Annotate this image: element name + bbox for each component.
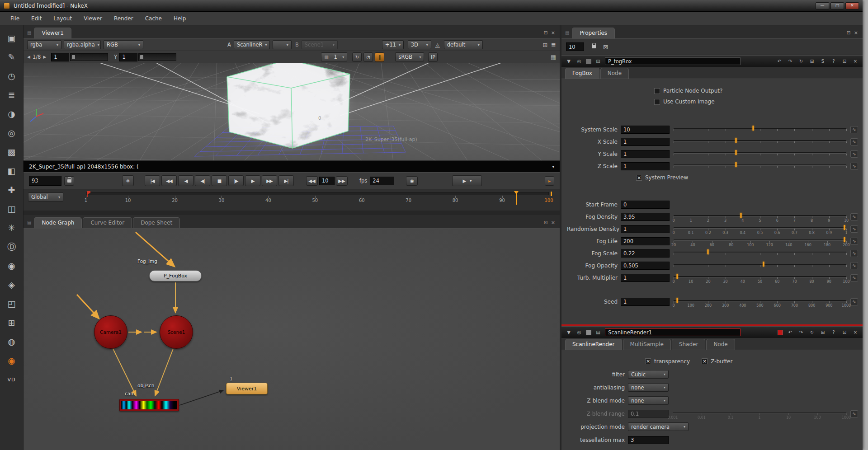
nuke-logo-icon[interactable]: ◉: [3, 352, 21, 370]
center-node-icon[interactable]: ◎: [576, 329, 583, 336]
lock-camera-icon[interactable]: ◬: [435, 42, 440, 48]
param-dropdown-filter[interactable]: Cubic▾: [628, 370, 669, 379]
node-color-indicator[interactable]: [778, 330, 783, 335]
pane-grip-icon[interactable]: ▤: [565, 30, 569, 35]
pane-close-icon[interactable]: ×: [551, 30, 555, 35]
viewer-lut-dropdown[interactable]: sRGB▾: [395, 52, 424, 61]
scanlinerender1-title-input[interactable]: ScanlineRender1: [605, 328, 741, 336]
view-offset-dropdown[interactable]: +11▾: [382, 40, 404, 49]
help-icon[interactable]: ?: [830, 329, 837, 336]
gamma-slider-handle[interactable]: [140, 55, 143, 59]
param-slider-fog-opacity[interactable]: [674, 260, 846, 272]
checkbox-z-buffer[interactable]: ×: [702, 358, 708, 364]
param-slider-system-scale[interactable]: [674, 124, 846, 136]
manage-knobs-icon[interactable]: ⊞: [808, 58, 816, 65]
step-back-button[interactable]: ◀|: [195, 175, 210, 186]
gamma-slider[interactable]: [138, 53, 176, 61]
color-toolbar-icon[interactable]: ◑: [3, 105, 21, 123]
param-slider-turb-multiplier[interactable]: 0102030405060708090100: [674, 272, 846, 284]
goto-end-button[interactable]: ▶|: [278, 175, 294, 186]
viewer-info-bar[interactable]: 2K_Super_35(full-ap) 2048x1556 bbox: ( ▾: [24, 160, 560, 172]
close-button[interactable]: ✕: [845, 2, 859, 9]
animation-menu-button[interactable]: ∿: [850, 138, 858, 145]
checkbox-system-preview[interactable]: ×: [636, 175, 642, 181]
node-scene1[interactable]: Scene1: [160, 315, 193, 349]
skip-forward-button[interactable]: ▶▶: [336, 176, 348, 186]
animation-menu-button[interactable]: ∿: [850, 262, 858, 269]
param-input-z-blend-range[interactable]: 0.1: [628, 410, 669, 418]
layer-dropdown[interactable]: rgba▾: [27, 40, 61, 49]
particles-toolbar-icon[interactable]: ✳: [3, 219, 21, 237]
param-slider-z-scale[interactable]: [674, 160, 846, 172]
playback-range-button[interactable]: ▸: [545, 176, 554, 186]
deep-toolbar-icon[interactable]: Ⓓ: [3, 238, 21, 256]
menu-help[interactable]: Help: [168, 12, 192, 25]
menu-edit[interactable]: Edit: [25, 12, 47, 25]
merge-toolbar-icon[interactable]: ◧: [3, 162, 21, 180]
param-dropdown-z-blend-mode[interactable]: none▾: [628, 396, 669, 405]
center-node-icon[interactable]: ◎: [576, 58, 583, 65]
param-slider-fog-scale[interactable]: [674, 248, 846, 259]
channel-toolbar-icon[interactable]: ≣: [3, 86, 21, 104]
param-slider-x-scale[interactable]: [674, 136, 846, 148]
tab-properties[interactable]: Properties: [572, 28, 615, 38]
stop-button[interactable]: ■: [212, 175, 227, 186]
tab-node[interactable]: Node: [706, 339, 735, 350]
param-input-fog-scale[interactable]: 0.22: [621, 249, 670, 258]
param-input-fog-opacity[interactable]: 0.505: [621, 262, 670, 270]
proxy-level-label[interactable]: 1/8: [33, 54, 41, 60]
update-viewer-button[interactable]: ◔: [363, 52, 373, 62]
collapse-panel-icon[interactable]: ▼: [565, 58, 572, 65]
param-slider-seed[interactable]: 01002003004005006007008009001000: [674, 296, 846, 308]
image-toolbar-icon[interactable]: ▣: [3, 29, 21, 47]
node-color-swatch[interactable]: [586, 59, 591, 64]
tab-node-graph[interactable]: Node Graph: [34, 217, 82, 228]
play-backward-fast-button[interactable]: ◀◀: [161, 175, 177, 186]
input-b-dropdown[interactable]: Scene1▾: [302, 40, 338, 49]
pane-grip-icon[interactable]: ▤: [27, 30, 31, 35]
param-input-fog-density[interactable]: 3.95: [621, 213, 670, 221]
param-input-tessellation-max[interactable]: 3: [628, 436, 669, 444]
lock-panels-button[interactable]: [589, 42, 599, 52]
param-dropdown-projection-mode[interactable]: render camera▾: [628, 422, 689, 431]
close-panel-icon[interactable]: ×: [852, 329, 859, 336]
float-panel-icon[interactable]: ⊡: [841, 58, 848, 65]
node-label-fog-img[interactable]: Fog_Img: [137, 258, 157, 264]
pane-close-icon[interactable]: ×: [854, 30, 858, 35]
horizontal-splitter[interactable]: [24, 211, 560, 215]
pause-viewer-button[interactable]: ‖: [375, 52, 384, 62]
tab-node[interactable]: Node: [600, 68, 629, 79]
animation-menu-button[interactable]: ∿: [850, 225, 858, 233]
oflow-toolbar-icon[interactable]: ◍: [3, 333, 21, 351]
node-viewer1[interactable]: Viewer1: [226, 383, 268, 394]
param-input-fog-life[interactable]: 200: [621, 237, 670, 245]
draw-toolbar-icon[interactable]: ✎: [3, 48, 21, 66]
views-toolbar-icon[interactable]: ◉: [3, 257, 21, 275]
max-panels-input[interactable]: 10: [566, 42, 584, 51]
metadata-toolbar-icon[interactable]: ◈: [3, 276, 21, 294]
tab-scanlinerender[interactable]: ScanlineRender: [565, 339, 622, 350]
frame-lock-button[interactable]: [64, 176, 74, 186]
param-input-randomise-density[interactable]: 1: [621, 225, 670, 233]
input-a-dropdown[interactable]: ScanlineR▾: [234, 40, 270, 49]
playback-visibility-button[interactable]: ◉: [406, 176, 418, 186]
view-dimension-dropdown[interactable]: 3D▾: [408, 40, 431, 49]
undo-icon[interactable]: ↶: [787, 329, 794, 336]
camera-dropdown[interactable]: default▾: [444, 40, 483, 49]
tab-viewer1[interactable]: Viewer1: [34, 28, 71, 38]
fps-input[interactable]: 24: [370, 177, 394, 185]
param-input-seed[interactable]: 1: [621, 298, 670, 306]
input-process-button[interactable]: IP: [428, 52, 438, 62]
display-channels-dropdown[interactable]: RGB▾: [104, 40, 143, 49]
param-slider-fog-density[interactable]: 012345678910: [674, 211, 846, 223]
pane-float-icon[interactable]: ⊡: [544, 220, 548, 225]
param-slider-fog-life[interactable]: 20406080100120140160180200: [674, 235, 846, 247]
animation-menu-button[interactable]: ∿: [850, 410, 858, 417]
collapse-panel-icon[interactable]: ▼: [565, 329, 572, 336]
revert-icon[interactable]: ↻: [808, 329, 816, 336]
frame-skip-input[interactable]: 10: [319, 177, 335, 185]
checkbox-particle-node-output[interactable]: [654, 88, 660, 94]
3d-toolbar-icon[interactable]: ◫: [3, 200, 21, 218]
pane-float-icon[interactable]: ⊡: [847, 30, 851, 35]
param-slider-y-scale[interactable]: [674, 148, 846, 160]
